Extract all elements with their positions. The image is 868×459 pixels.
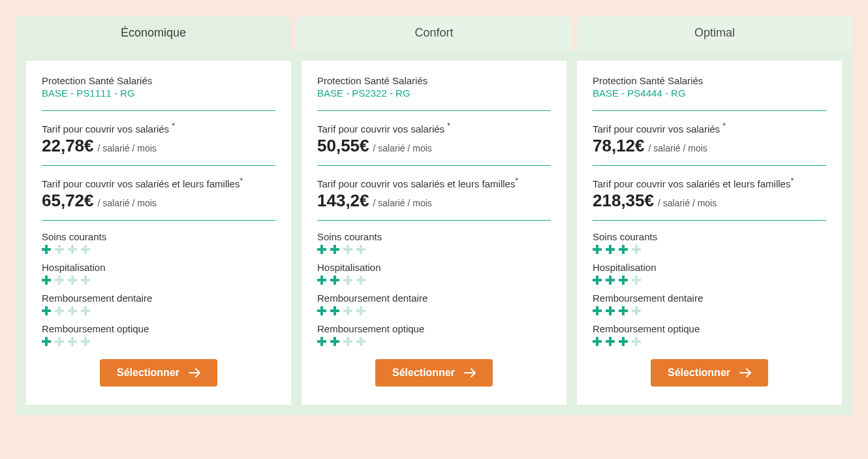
plan-card: Protection Santé SalariésBASE - PS1111 -… <box>26 61 291 405</box>
feature-label: Remboursement optique <box>317 323 551 334</box>
asterisk: * <box>515 176 518 185</box>
plus-icon <box>356 276 365 285</box>
price-label: Tarif pour couvrir vos salariés * <box>42 121 275 135</box>
divider <box>317 220 551 221</box>
feature-label: Hospitalisation <box>593 262 826 273</box>
tab-optimal[interactable]: Optimal <box>577 16 852 50</box>
product-code: BASE - PS1111 - RG <box>42 87 275 99</box>
plus-icon <box>317 306 326 315</box>
feature-label: Soins courants <box>593 231 826 242</box>
plus-icon <box>632 245 641 254</box>
select-button[interactable]: Sélectionner <box>375 359 493 387</box>
plus-icon <box>42 306 51 315</box>
price-label: Tarif pour couvrir vos salariés et leurs… <box>593 176 826 189</box>
price-suffix: / salarié / mois <box>98 198 157 208</box>
plus-icon <box>317 245 326 254</box>
feature-rating <box>42 276 275 285</box>
plus-icon <box>356 245 365 254</box>
plus-icon <box>330 245 339 254</box>
feature-label: Remboursement optique <box>42 323 275 334</box>
feature-rating <box>42 337 275 346</box>
product-code: BASE - PS4444 - RG <box>593 87 826 99</box>
price-suffix: / salarié / mois <box>373 143 432 153</box>
select-button[interactable]: Sélectionner <box>651 359 768 387</box>
price-suffix: / salarié / mois <box>373 198 432 208</box>
plus-icon <box>356 306 365 315</box>
plus-icon <box>330 276 339 285</box>
tab-label: Optimal <box>694 26 735 39</box>
plus-icon <box>632 337 641 346</box>
feature-rating <box>593 245 826 254</box>
price-row: 65,72€/ salarié / mois <box>42 191 275 211</box>
feature-label: Remboursement optique <box>593 323 826 334</box>
divider <box>317 165 551 166</box>
plus-icon <box>81 306 90 315</box>
price-row: 78,12€/ salarié / mois <box>593 136 826 156</box>
price-suffix: / salarié / mois <box>649 143 707 153</box>
plus-icon <box>593 306 602 315</box>
select-button[interactable]: Sélectionner <box>100 359 217 387</box>
price-value: 143,2€ <box>317 191 369 211</box>
plus-icon <box>632 276 641 285</box>
product-code: BASE - PS2322 - RG <box>317 87 551 99</box>
divider <box>42 110 275 111</box>
product-title: Protection Santé Salariés <box>593 75 826 86</box>
plus-icon <box>619 245 628 254</box>
price-value: 22,78€ <box>42 136 94 156</box>
plus-icon <box>68 276 77 285</box>
divider <box>42 165 275 166</box>
price-row: 218,35€/ salarié / mois <box>593 191 826 211</box>
product-title: Protection Santé Salariés <box>317 75 551 86</box>
arrow-right-icon <box>464 368 476 377</box>
arrow-right-icon <box>189 368 200 377</box>
feature-rating <box>42 306 275 315</box>
select-button-label: Sélectionner <box>392 367 455 379</box>
feature-rating <box>593 306 826 315</box>
price-value: 78,12€ <box>593 136 645 156</box>
price-row: 50,55€/ salarié / mois <box>317 136 551 156</box>
feature-rating <box>317 245 551 254</box>
plus-icon <box>343 337 352 346</box>
price-value: 65,72€ <box>42 191 94 211</box>
tab-label: Économique <box>121 26 186 39</box>
plan-card: Protection Santé SalariésBASE - PS4444 -… <box>577 61 842 405</box>
plus-icon <box>606 306 615 315</box>
tab-economique[interactable]: Économique <box>16 16 291 50</box>
plus-icon <box>343 276 352 285</box>
plus-icon <box>317 337 326 346</box>
feature-rating <box>593 337 826 346</box>
price-row: 143,2€/ salarié / mois <box>317 191 551 211</box>
plus-icon <box>68 306 77 315</box>
feature-rating <box>317 306 551 315</box>
feature-label: Soins courants <box>42 231 275 242</box>
plus-icon <box>55 276 64 285</box>
plan-card: Protection Santé SalariésBASE - PS2322 -… <box>302 61 566 405</box>
price-value: 50,55€ <box>317 136 369 156</box>
price-suffix: / salarié / mois <box>98 143 157 153</box>
feature-label: Remboursement dentaire <box>593 293 826 304</box>
price-label: Tarif pour couvrir vos salariés et leurs… <box>317 176 551 189</box>
plus-icon <box>619 306 628 315</box>
plus-icon <box>81 276 90 285</box>
tab-confort[interactable]: Confort <box>296 16 572 50</box>
arrow-right-icon <box>739 368 751 377</box>
plus-icon <box>619 276 628 285</box>
plus-icon <box>330 306 339 315</box>
price-value: 218,35€ <box>593 191 654 211</box>
plus-icon <box>330 337 339 346</box>
price-label: Tarif pour couvrir vos salariés * <box>317 121 551 135</box>
plus-icon <box>81 337 90 346</box>
asterisk: * <box>722 121 726 131</box>
divider <box>593 110 826 111</box>
plus-icon <box>606 276 615 285</box>
plus-icon <box>42 276 51 285</box>
plus-icon <box>317 276 326 285</box>
feature-rating <box>317 276 551 285</box>
price-row: 22,78€/ salarié / mois <box>42 136 275 156</box>
divider <box>317 110 551 111</box>
price-suffix: / salarié / mois <box>658 198 717 208</box>
plus-icon <box>632 306 641 315</box>
product-title: Protection Santé Salariés <box>42 75 275 86</box>
asterisk: * <box>447 121 450 131</box>
plus-icon <box>619 337 628 346</box>
